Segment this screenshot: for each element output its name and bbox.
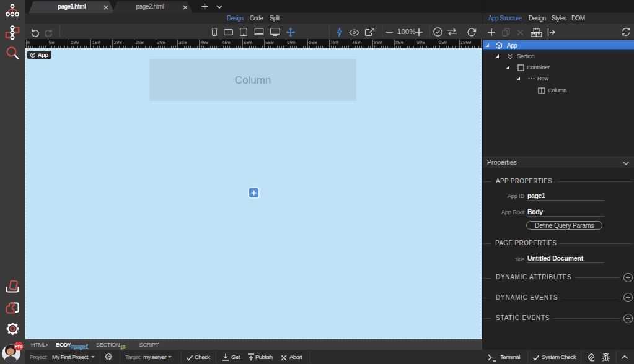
svg-text:Pro: Pro: [15, 344, 23, 349]
